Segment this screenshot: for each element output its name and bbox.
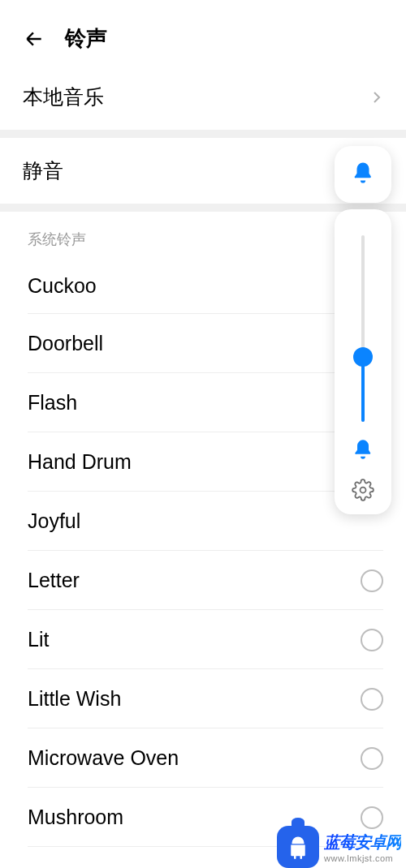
ringtone-label: Letter [28,569,80,592]
local-music-row[interactable]: 本地音乐 [0,67,406,130]
ringtone-label: Lit [28,628,49,651]
ringtone-label: Joyful [28,509,80,533]
ringtone-label: Flash [28,391,77,415]
watermark-text: 蓝莓安卓网 [324,831,401,853]
svg-point-0 [361,488,366,493]
bell-icon[interactable] [352,438,374,461]
ringtone-item[interactable]: Lit [0,610,406,669]
chevron-right-icon [370,91,383,104]
volume-panel [335,146,391,514]
ringtone-item[interactable]: Little Wish [0,669,406,728]
watermark-url: www.lmkjst.com [324,853,393,863]
watermark: 蓝莓安卓网 www.lmkjst.com [277,826,401,868]
ringtone-label: Doorbell [28,332,103,355]
gear-icon[interactable] [352,474,374,501]
radio-unchecked[interactable] [361,629,383,651]
volume-thumb[interactable] [353,347,373,367]
ringtone-item[interactable]: Microwave Oven [0,728,406,788]
back-icon[interactable] [23,28,45,50]
watermark-icon [277,826,319,868]
ringtone-label: New World [28,865,127,868]
radio-unchecked[interactable] [361,569,383,592]
volume-slider[interactable] [361,235,365,422]
ringtone-item[interactable]: Letter [0,551,406,610]
ringtone-label: Little Wish [28,687,121,711]
ringtone-label: Cuckoo [28,274,97,298]
volume-fill [361,357,365,423]
radio-unchecked[interactable] [361,747,383,770]
silent-label: 静音 [23,157,63,184]
bell-icon[interactable] [351,161,375,188]
page-title: 铃声 [65,24,107,53]
local-music-label: 本地音乐 [23,84,104,110]
volume-panel-bottom [335,209,391,514]
radio-unchecked[interactable] [361,688,383,711]
volume-panel-top [335,146,391,203]
ringtone-label: Mushroom [28,806,123,829]
separator [0,130,406,138]
ringtone-label: Microwave Oven [28,746,179,770]
ringtone-label: Hand Drum [28,450,132,474]
